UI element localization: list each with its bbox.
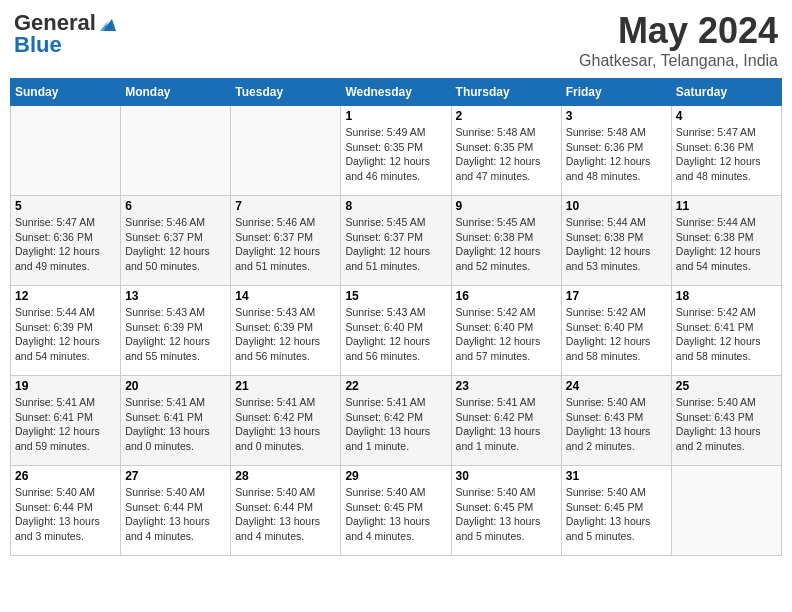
day-info: Sunrise: 5:43 AM Sunset: 6:40 PM Dayligh… — [345, 305, 446, 364]
day-info: Sunrise: 5:45 AM Sunset: 6:38 PM Dayligh… — [456, 215, 557, 274]
day-cell: 7Sunrise: 5:46 AM Sunset: 6:37 PM Daylig… — [231, 196, 341, 286]
subtitle: Ghatkesar, Telangana, India — [579, 52, 778, 70]
day-number: 18 — [676, 289, 777, 303]
day-cell: 22Sunrise: 5:41 AM Sunset: 6:42 PM Dayli… — [341, 376, 451, 466]
day-number: 11 — [676, 199, 777, 213]
header-row: SundayMondayTuesdayWednesdayThursdayFrid… — [11, 79, 782, 106]
day-number: 6 — [125, 199, 226, 213]
day-number: 2 — [456, 109, 557, 123]
day-cell: 21Sunrise: 5:41 AM Sunset: 6:42 PM Dayli… — [231, 376, 341, 466]
day-number: 1 — [345, 109, 446, 123]
header-cell-friday: Friday — [561, 79, 671, 106]
day-cell: 16Sunrise: 5:42 AM Sunset: 6:40 PM Dayli… — [451, 286, 561, 376]
day-info: Sunrise: 5:40 AM Sunset: 6:45 PM Dayligh… — [566, 485, 667, 544]
day-cell: 4Sunrise: 5:47 AM Sunset: 6:36 PM Daylig… — [671, 106, 781, 196]
day-cell: 1Sunrise: 5:49 AM Sunset: 6:35 PM Daylig… — [341, 106, 451, 196]
day-cell: 18Sunrise: 5:42 AM Sunset: 6:41 PM Dayli… — [671, 286, 781, 376]
week-row-1: 1Sunrise: 5:49 AM Sunset: 6:35 PM Daylig… — [11, 106, 782, 196]
header-cell-wednesday: Wednesday — [341, 79, 451, 106]
day-info: Sunrise: 5:43 AM Sunset: 6:39 PM Dayligh… — [125, 305, 226, 364]
day-number: 26 — [15, 469, 116, 483]
week-row-3: 12Sunrise: 5:44 AM Sunset: 6:39 PM Dayli… — [11, 286, 782, 376]
day-number: 7 — [235, 199, 336, 213]
logo-icon — [98, 13, 118, 33]
day-number: 10 — [566, 199, 667, 213]
main-title: May 2024 — [579, 10, 778, 52]
day-cell: 31Sunrise: 5:40 AM Sunset: 6:45 PM Dayli… — [561, 466, 671, 556]
day-info: Sunrise: 5:48 AM Sunset: 6:35 PM Dayligh… — [456, 125, 557, 184]
day-number: 23 — [456, 379, 557, 393]
day-info: Sunrise: 5:41 AM Sunset: 6:42 PM Dayligh… — [345, 395, 446, 454]
day-info: Sunrise: 5:42 AM Sunset: 6:41 PM Dayligh… — [676, 305, 777, 364]
day-cell: 14Sunrise: 5:43 AM Sunset: 6:39 PM Dayli… — [231, 286, 341, 376]
day-info: Sunrise: 5:40 AM Sunset: 6:45 PM Dayligh… — [456, 485, 557, 544]
day-cell — [11, 106, 121, 196]
day-number: 17 — [566, 289, 667, 303]
calendar-table: SundayMondayTuesdayWednesdayThursdayFrid… — [10, 78, 782, 556]
day-cell: 19Sunrise: 5:41 AM Sunset: 6:41 PM Dayli… — [11, 376, 121, 466]
day-cell: 29Sunrise: 5:40 AM Sunset: 6:45 PM Dayli… — [341, 466, 451, 556]
day-cell: 15Sunrise: 5:43 AM Sunset: 6:40 PM Dayli… — [341, 286, 451, 376]
day-cell: 30Sunrise: 5:40 AM Sunset: 6:45 PM Dayli… — [451, 466, 561, 556]
day-info: Sunrise: 5:41 AM Sunset: 6:41 PM Dayligh… — [15, 395, 116, 454]
day-info: Sunrise: 5:45 AM Sunset: 6:37 PM Dayligh… — [345, 215, 446, 274]
day-number: 29 — [345, 469, 446, 483]
day-info: Sunrise: 5:40 AM Sunset: 6:45 PM Dayligh… — [345, 485, 446, 544]
day-info: Sunrise: 5:46 AM Sunset: 6:37 PM Dayligh… — [235, 215, 336, 274]
day-cell — [121, 106, 231, 196]
day-number: 3 — [566, 109, 667, 123]
header-cell-sunday: Sunday — [11, 79, 121, 106]
day-number: 21 — [235, 379, 336, 393]
week-row-5: 26Sunrise: 5:40 AM Sunset: 6:44 PM Dayli… — [11, 466, 782, 556]
day-number: 13 — [125, 289, 226, 303]
day-info: Sunrise: 5:41 AM Sunset: 6:42 PM Dayligh… — [235, 395, 336, 454]
day-number: 5 — [15, 199, 116, 213]
day-cell: 12Sunrise: 5:44 AM Sunset: 6:39 PM Dayli… — [11, 286, 121, 376]
day-info: Sunrise: 5:41 AM Sunset: 6:41 PM Dayligh… — [125, 395, 226, 454]
day-info: Sunrise: 5:40 AM Sunset: 6:44 PM Dayligh… — [15, 485, 116, 544]
day-info: Sunrise: 5:42 AM Sunset: 6:40 PM Dayligh… — [566, 305, 667, 364]
day-info: Sunrise: 5:49 AM Sunset: 6:35 PM Dayligh… — [345, 125, 446, 184]
day-cell: 17Sunrise: 5:42 AM Sunset: 6:40 PM Dayli… — [561, 286, 671, 376]
day-info: Sunrise: 5:44 AM Sunset: 6:39 PM Dayligh… — [15, 305, 116, 364]
day-cell: 13Sunrise: 5:43 AM Sunset: 6:39 PM Dayli… — [121, 286, 231, 376]
day-info: Sunrise: 5:40 AM Sunset: 6:44 PM Dayligh… — [235, 485, 336, 544]
day-number: 22 — [345, 379, 446, 393]
day-number: 9 — [456, 199, 557, 213]
day-info: Sunrise: 5:47 AM Sunset: 6:36 PM Dayligh… — [676, 125, 777, 184]
day-cell: 9Sunrise: 5:45 AM Sunset: 6:38 PM Daylig… — [451, 196, 561, 286]
day-info: Sunrise: 5:43 AM Sunset: 6:39 PM Dayligh… — [235, 305, 336, 364]
day-cell: 26Sunrise: 5:40 AM Sunset: 6:44 PM Dayli… — [11, 466, 121, 556]
day-cell: 2Sunrise: 5:48 AM Sunset: 6:35 PM Daylig… — [451, 106, 561, 196]
day-info: Sunrise: 5:44 AM Sunset: 6:38 PM Dayligh… — [566, 215, 667, 274]
day-cell: 6Sunrise: 5:46 AM Sunset: 6:37 PM Daylig… — [121, 196, 231, 286]
day-cell: 28Sunrise: 5:40 AM Sunset: 6:44 PM Dayli… — [231, 466, 341, 556]
day-number: 20 — [125, 379, 226, 393]
day-number: 28 — [235, 469, 336, 483]
logo: General Blue — [14, 10, 118, 58]
logo-blue: Blue — [14, 32, 62, 58]
day-number: 19 — [15, 379, 116, 393]
day-number: 24 — [566, 379, 667, 393]
day-number: 16 — [456, 289, 557, 303]
day-info: Sunrise: 5:44 AM Sunset: 6:38 PM Dayligh… — [676, 215, 777, 274]
day-cell: 24Sunrise: 5:40 AM Sunset: 6:43 PM Dayli… — [561, 376, 671, 466]
day-info: Sunrise: 5:40 AM Sunset: 6:43 PM Dayligh… — [566, 395, 667, 454]
day-cell: 8Sunrise: 5:45 AM Sunset: 6:37 PM Daylig… — [341, 196, 451, 286]
day-info: Sunrise: 5:48 AM Sunset: 6:36 PM Dayligh… — [566, 125, 667, 184]
day-info: Sunrise: 5:40 AM Sunset: 6:44 PM Dayligh… — [125, 485, 226, 544]
day-info: Sunrise: 5:42 AM Sunset: 6:40 PM Dayligh… — [456, 305, 557, 364]
day-cell: 10Sunrise: 5:44 AM Sunset: 6:38 PM Dayli… — [561, 196, 671, 286]
day-number: 30 — [456, 469, 557, 483]
header-cell-monday: Monday — [121, 79, 231, 106]
day-number: 12 — [15, 289, 116, 303]
day-info: Sunrise: 5:41 AM Sunset: 6:42 PM Dayligh… — [456, 395, 557, 454]
day-cell: 25Sunrise: 5:40 AM Sunset: 6:43 PM Dayli… — [671, 376, 781, 466]
day-number: 31 — [566, 469, 667, 483]
day-cell — [231, 106, 341, 196]
day-number: 4 — [676, 109, 777, 123]
header-cell-thursday: Thursday — [451, 79, 561, 106]
header-cell-saturday: Saturday — [671, 79, 781, 106]
day-info: Sunrise: 5:47 AM Sunset: 6:36 PM Dayligh… — [15, 215, 116, 274]
header-cell-tuesday: Tuesday — [231, 79, 341, 106]
